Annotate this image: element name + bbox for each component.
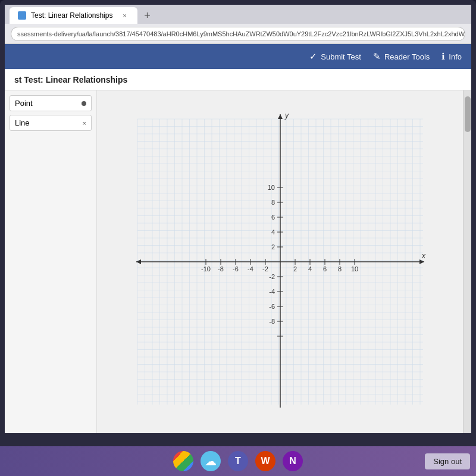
svg-text:-4: -4 bbox=[269, 288, 275, 295]
submit-test-icon: ✓ bbox=[309, 51, 317, 62]
scrollbar-thumb[interactable] bbox=[465, 96, 471, 132]
coordinate-graph[interactable]: -10 -8 -6 -4 -2 2 4 6 8 10 10 8 bbox=[131, 107, 429, 416]
svg-text:6: 6 bbox=[322, 265, 326, 273]
svg-text:2: 2 bbox=[271, 243, 274, 250]
page-title: st Test: Linear Relationships bbox=[14, 75, 127, 84]
page-title-bar: st Test: Linear Relationships bbox=[5, 69, 471, 90]
reader-tools-label: Reader Tools bbox=[384, 52, 430, 61]
svg-marker-82 bbox=[278, 114, 283, 119]
right-scrollbar[interactable] bbox=[463, 90, 471, 433]
svg-text:-8: -8 bbox=[218, 265, 224, 273]
cloud-icon[interactable]: ☁ bbox=[201, 451, 221, 471]
app-header: ✓ Submit Test ✎ Reader Tools ℹ Info bbox=[5, 44, 471, 69]
svg-marker-81 bbox=[136, 259, 141, 264]
svg-text:8: 8 bbox=[271, 199, 274, 206]
browser-tab-bar: Test: Linear Relationships × + bbox=[5, 5, 471, 24]
line-tool[interactable]: Line × bbox=[10, 115, 92, 131]
address-input[interactable]: ssessments-delivery/ua/la/launch/3817/45… bbox=[11, 27, 465, 41]
svg-text:10: 10 bbox=[350, 265, 358, 273]
svg-text:4: 4 bbox=[271, 228, 274, 236]
svg-text:-2: -2 bbox=[269, 273, 275, 280]
screen-content: Test: Linear Relationships × + ssessment… bbox=[5, 5, 471, 433]
main-content: Point Line × bbox=[5, 90, 471, 433]
teams-icon[interactable]: T bbox=[228, 451, 248, 471]
svg-text:2: 2 bbox=[293, 265, 296, 273]
chrome-icon[interactable] bbox=[173, 451, 193, 471]
tab-close-button[interactable]: × bbox=[120, 11, 129, 20]
sign-out-button[interactable]: Sign out bbox=[425, 453, 470, 469]
point-tool-dot bbox=[82, 101, 86, 106]
tab-title: Test: Linear Relationships bbox=[31, 11, 112, 20]
tools-sidebar: Point Line × bbox=[5, 90, 97, 433]
submit-test-button[interactable]: ✓ Submit Test bbox=[309, 51, 361, 62]
onenote-icon[interactable]: N bbox=[283, 451, 303, 471]
svg-text:-4: -4 bbox=[248, 265, 253, 273]
svg-text:-2: -2 bbox=[262, 265, 268, 273]
svg-text:-10: -10 bbox=[201, 265, 211, 273]
office-icon[interactable]: W bbox=[255, 451, 275, 471]
reader-tools-button[interactable]: ✎ Reader Tools bbox=[373, 51, 430, 62]
info-button[interactable]: ℹ Info bbox=[441, 51, 462, 62]
taskbar: ☁ T W N Sign out bbox=[0, 446, 476, 476]
tab-favicon bbox=[18, 11, 26, 20]
point-tool[interactable]: Point bbox=[10, 95, 92, 111]
y-axis-label: y bbox=[284, 111, 289, 120]
svg-text:10: 10 bbox=[267, 184, 274, 191]
graph-wrapper: -10 -8 -6 -4 -2 2 4 6 8 10 10 8 bbox=[131, 107, 429, 416]
line-tool-x: × bbox=[83, 120, 86, 127]
new-tab-button[interactable]: + bbox=[140, 8, 154, 23]
browser-addressbar: ssessments-delivery/ua/la/launch/3817/45… bbox=[5, 24, 471, 44]
point-tool-label: Point bbox=[15, 99, 33, 108]
info-icon: ℹ bbox=[441, 51, 445, 62]
info-label: Info bbox=[449, 52, 462, 61]
svg-text:6: 6 bbox=[271, 214, 274, 221]
address-url-text: ssessments-delivery/ua/la/launch/3817/45… bbox=[17, 30, 465, 37]
svg-marker-80 bbox=[419, 259, 424, 264]
browser-tab-active[interactable]: Test: Linear Relationships × bbox=[10, 7, 137, 24]
svg-text:-6: -6 bbox=[269, 303, 275, 310]
line-tool-label: Line bbox=[15, 118, 30, 127]
submit-test-label: Submit Test bbox=[321, 52, 361, 61]
svg-text:8: 8 bbox=[337, 265, 341, 273]
graph-container[interactable]: -10 -8 -6 -4 -2 2 4 6 8 10 10 8 bbox=[97, 90, 463, 433]
reader-tools-icon: ✎ bbox=[373, 51, 381, 62]
x-axis-label: x bbox=[421, 252, 426, 260]
svg-text:-8: -8 bbox=[269, 318, 275, 325]
svg-text:-6: -6 bbox=[233, 265, 239, 273]
svg-text:4: 4 bbox=[308, 265, 311, 273]
